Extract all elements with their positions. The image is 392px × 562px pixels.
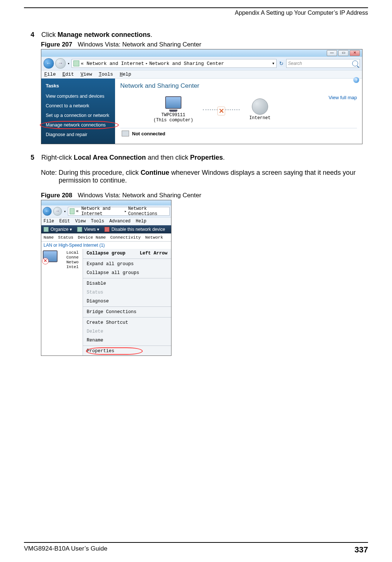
breadcrumb-item-1[interactable]: Network and Internet xyxy=(87,61,144,66)
ctx-collapse-group[interactable]: Collapse group Left Arrow xyxy=(83,249,171,258)
vista-network-connections-window: ← → ▾ « Network and Internet ▸ Network C… xyxy=(41,200,171,356)
col-device[interactable]: Device Name xyxy=(78,235,106,240)
note-continue: Note: During this procedure, click Conti… xyxy=(41,169,368,184)
maximize-button[interactable]: ▭ xyxy=(338,50,348,56)
disable-icon xyxy=(104,227,110,232)
view-full-map-link[interactable]: View full map xyxy=(329,95,357,100)
column-headers: Name Status Device Name Connectivity Net… xyxy=(41,233,171,242)
ctx-delete: Delete xyxy=(83,327,171,336)
step-4-text-post: . xyxy=(150,31,152,38)
tasks-header: Tasks xyxy=(41,81,115,91)
disconnected-icon: ✕ xyxy=(218,107,225,115)
menu-help[interactable]: Help xyxy=(120,72,131,77)
nav-history-dropdown[interactable]: ▾ xyxy=(67,62,70,65)
step-4-text-pre: Click xyxy=(41,31,58,38)
connection-line: ✕ xyxy=(203,109,240,110)
task-setup-connection[interactable]: Set up a connection or network xyxy=(41,111,115,120)
breadcrumb-bar-2[interactable]: « Network and Internet ▸ Network Connect… xyxy=(68,207,170,216)
nav-forward-button[interactable]: → xyxy=(55,58,66,69)
breadcrumb2-item-1[interactable]: Network and Internet xyxy=(81,206,123,216)
nav-back-button-2[interactable]: ← xyxy=(43,207,52,216)
window-menubar: File Edit View Tools Help ? xyxy=(41,70,362,79)
breadcrumb2-item-2[interactable]: Network Connections xyxy=(128,206,168,216)
task-connect-network[interactable]: Connect to a network xyxy=(41,101,115,111)
ctx-shortcut[interactable]: Create Shortcut xyxy=(83,318,171,327)
views-icon xyxy=(77,227,82,232)
refresh-button[interactable]: ↻ xyxy=(278,60,285,66)
search-placeholder: Search xyxy=(288,61,302,66)
step-4: 4 Click Manage network connections. xyxy=(31,31,368,39)
nav-back-button[interactable]: ← xyxy=(44,58,54,69)
breadcrumb2-sep: ▸ xyxy=(125,209,127,214)
step-5-post: . xyxy=(223,154,225,161)
search-icon xyxy=(352,60,358,66)
content-pane: Network and Sharing Center View full map… xyxy=(115,79,362,144)
close-button[interactable]: ✕ xyxy=(350,50,360,56)
note-label: Note: xyxy=(41,169,59,176)
footer-page-number: 337 xyxy=(354,545,368,555)
toolbar-organize[interactable]: Organize ▾ xyxy=(44,227,72,232)
ctx-rename[interactable]: Rename xyxy=(83,336,171,345)
note-bold: Continue xyxy=(141,169,169,176)
context-menu: Collapse group Left Arrow Expand all gro… xyxy=(83,249,171,355)
group-header-lan[interactable]: LAN or High-Speed Internet (1) xyxy=(41,242,171,249)
figure-207-title: Windows Vista: Network and Sharing Cente… xyxy=(78,41,201,48)
organize-icon xyxy=(44,227,49,232)
task-view-computers[interactable]: View computers and devices xyxy=(41,91,115,101)
step-4-number: 4 xyxy=(31,31,39,39)
menu2-view[interactable]: View xyxy=(75,219,86,224)
ctx-status: Status xyxy=(83,288,171,297)
conn-label-line-3: Netwo xyxy=(66,260,83,265)
footer-guide-name: VMG8924-B10A User’s Guide xyxy=(24,545,107,555)
nav-forward-button-2[interactable]: → xyxy=(53,207,62,216)
menu2-help[interactable]: Help xyxy=(136,219,146,224)
computer-name: TWPC99111 xyxy=(153,112,193,118)
menu-view[interactable]: View xyxy=(80,72,92,77)
col-name[interactable]: Name xyxy=(44,235,54,240)
col-connectivity[interactable]: Connectivity xyxy=(110,235,141,240)
tasks-pane: Tasks View computers and devices Connect… xyxy=(41,79,115,144)
breadcrumb-item-2[interactable]: Network and Sharing Center xyxy=(149,61,224,66)
diagram-this-computer: TWPC99111 (This computer) xyxy=(153,96,193,123)
network-diagram: TWPC99111 (This computer) ✕ Internet xyxy=(153,96,357,123)
toolbar-disable-device[interactable]: Disable this network device xyxy=(104,227,165,232)
window-titlebar: — ▭ ✕ xyxy=(41,49,362,57)
window2-menubar: File Edit View Tools Advanced Help xyxy=(41,217,171,225)
menu-edit[interactable]: Edit xyxy=(62,72,74,77)
col-status[interactable]: Status xyxy=(58,235,73,240)
breadcrumb-bar[interactable]: « Network and Internet ▸ Network and Sha… xyxy=(72,59,277,68)
note-t1: During this procedure, click xyxy=(59,169,141,176)
menu-file[interactable]: File xyxy=(44,72,56,77)
content-title: Network and Sharing Center xyxy=(120,82,357,90)
ctx-bridge[interactable]: Bridge Connections xyxy=(83,308,171,316)
connection-label[interactable]: Local Conne Netwo Intel xyxy=(66,249,83,355)
minimize-button[interactable]: — xyxy=(327,50,337,56)
figure-208-caption: Figure 208 Windows Vista: Network and Sh… xyxy=(41,192,368,199)
menu-tools[interactable]: Tools xyxy=(99,72,113,77)
figure-208-title: Windows Vista: Network and Sharing Cente… xyxy=(78,192,201,199)
menu2-edit[interactable]: Edit xyxy=(59,219,70,224)
menu2-tools[interactable]: Tools xyxy=(91,219,104,224)
toolbar-views[interactable]: Views ▾ xyxy=(77,227,99,232)
plug-icon xyxy=(122,131,129,136)
search-input[interactable]: Search xyxy=(286,59,360,68)
task-diagnose-repair[interactable]: Diagnose and repair xyxy=(41,130,115,139)
menu2-file[interactable]: File xyxy=(44,219,54,224)
breadcrumb-dropdown[interactable]: ▾ xyxy=(272,60,275,66)
task-manage-network-connections[interactable]: Manage network connections xyxy=(41,120,115,130)
menu2-advanced[interactable]: Advanced xyxy=(109,219,131,224)
vista-network-sharing-window: — ▭ ✕ ← → ▾ « Network and Internet ▸ Net… xyxy=(41,49,362,144)
ctx-properties[interactable]: Properties xyxy=(83,347,171,355)
ctx-disable[interactable]: Disable xyxy=(83,279,171,288)
ctx-expand-all[interactable]: Expand all groups xyxy=(83,260,171,268)
internet-label: Internet xyxy=(249,115,271,121)
breadcrumb-laquo: « xyxy=(81,61,84,66)
diagram-internet: Internet xyxy=(249,98,271,121)
col-network[interactable]: Network xyxy=(145,235,163,240)
conn-label-line-1: Local xyxy=(66,250,83,255)
ctx-diagnose[interactable]: Diagnose xyxy=(83,297,171,306)
ctx-collapse-all[interactable]: Collapse all groups xyxy=(83,268,171,277)
figure-207-number: Figure 207 xyxy=(41,41,72,48)
breadcrumb-icon-2 xyxy=(70,208,74,214)
nav-history-dropdown-2[interactable]: ▾ xyxy=(63,210,66,213)
